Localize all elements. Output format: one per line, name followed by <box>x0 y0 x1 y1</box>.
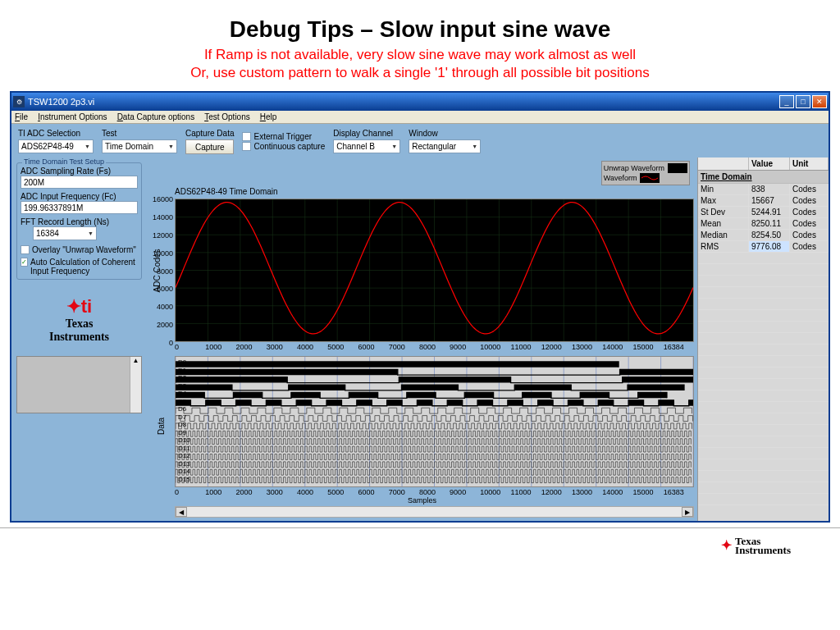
stats-row: Min838Codes <box>698 184 829 195</box>
menu-instrument[interactable]: Instrument Options <box>38 112 107 121</box>
col-value: Value <box>749 158 790 170</box>
autocalc-label: Auto Calculation of Coherent Input Frequ… <box>30 258 138 276</box>
stats-pane: Value Unit Time Domain Min838CodesMax156… <box>697 158 829 521</box>
capture-button[interactable]: Capture <box>185 139 234 154</box>
legend-box: Unwrap Waveform Waveform <box>601 161 690 185</box>
fc-input[interactable] <box>21 201 138 214</box>
preview-box: ▲ <box>16 356 142 413</box>
legend-waveform: Waveform <box>604 174 637 182</box>
menu-test[interactable]: Test Options <box>204 112 250 121</box>
chevron-down-icon: ▼ <box>472 144 477 149</box>
chevron-down-icon: ▼ <box>84 144 90 149</box>
samples-label: Samples <box>150 496 694 504</box>
ns-label: FFT Record Length (Ns) <box>21 217 138 226</box>
ti-chip-icon: ✦ti <box>16 296 142 317</box>
slide-title: Debug Tips – Slow input sine wave <box>0 0 840 47</box>
waveform-chart[interactable]: ADC Codes 020004000600080001000012000140… <box>175 199 694 342</box>
external-trigger-checkbox[interactable] <box>242 132 251 141</box>
top-controls: TI ADC Selection ADS62P48-49▼ Test Time … <box>11 124 829 158</box>
display-channel-label: Display Channel <box>333 129 400 138</box>
scroll-left-icon[interactable]: ◀ <box>176 507 187 517</box>
ns-combo[interactable]: 16384▼ <box>33 226 97 240</box>
chevron-down-icon: ▼ <box>391 144 397 149</box>
continuous-capture-label: Continuous capture <box>253 142 325 151</box>
menubar: File Instrument Options Data Capture opt… <box>11 111 829 124</box>
ti-logo: ✦ti TexasInstruments <box>16 296 142 344</box>
menu-help[interactable]: Help <box>260 112 277 121</box>
continuous-capture-checkbox[interactable] <box>242 142 251 151</box>
fs-input[interactable] <box>21 176 138 189</box>
titlebar: ⚙ TSW1200 2p3.vi _ □ ✕ <box>11 93 829 111</box>
menu-file[interactable]: File <box>15 112 28 121</box>
chevron-down-icon: ▼ <box>88 231 94 236</box>
display-channel-combo[interactable]: Channel B▼ <box>333 139 400 153</box>
adc-select-combo[interactable]: ADS62P48-49▼ <box>18 139 94 153</box>
chevron-down-icon: ▼ <box>168 144 174 149</box>
footer: ✦ TexasInstruments <box>0 527 840 562</box>
slide-subtitle-2: Or, use custom pattern to walk a single … <box>0 65 840 83</box>
ti-footer-name: TexasInstruments <box>735 536 791 555</box>
xtick-row: 0100020003000400050006000700080009000100… <box>175 342 694 351</box>
digital-data-plot[interactable]: Data D0D1D2D3D4D5D6D7D8D9D10D11D12D13D14… <box>175 356 694 487</box>
external-trigger-label: External Trigger <box>253 132 312 141</box>
autocalc-checkbox[interactable]: ✓ <box>21 258 28 267</box>
test-label: Test <box>102 129 177 138</box>
stats-section-header: Time Domain <box>698 171 829 184</box>
scroll-right-icon[interactable]: ▶ <box>682 507 693 517</box>
stats-row: RMS9776.08Codes <box>698 241 829 253</box>
stats-row: Median8254.50Codes <box>698 230 829 241</box>
overlay-checkbox[interactable] <box>21 245 30 254</box>
window-title: TSW1200 2p3.vi <box>28 97 94 107</box>
overlay-label: Overlay "Unwrap Waveform" <box>32 245 136 254</box>
scrollbar[interactable]: ▲ <box>130 357 141 413</box>
test-combo[interactable]: Time Domain▼ <box>102 139 177 153</box>
xtick-row-2: 0100020003000400050006000700080009000100… <box>175 487 694 496</box>
time-domain-setup-fieldset: Time Domain Test Setup ADC Sampling Rate… <box>16 162 142 280</box>
center-pane: Unwrap Waveform Waveform ADS62P48-49 Tim… <box>147 158 697 521</box>
ti-footer-icon: ✦ <box>721 537 732 553</box>
window-combo[interactable]: Rectangular▼ <box>409 139 481 153</box>
maximize-button[interactable]: □ <box>796 95 810 108</box>
stats-row: Max15667Codes <box>698 195 829 207</box>
fc-label: ADC Input Frequency (Fc) <box>21 192 138 201</box>
stats-row: Mean8250.11Codes <box>698 218 829 230</box>
close-button[interactable]: ✕ <box>812 95 827 108</box>
slide-subtitle-1: If Ramp is not available, very slow sine… <box>0 47 840 65</box>
col-unit: Unit <box>790 158 829 170</box>
adc-select-label: TI ADC Selection <box>18 129 94 138</box>
stats-row: St Dev5244.91Codes <box>698 207 829 218</box>
app-window: ⚙ TSW1200 2p3.vi _ □ ✕ File Instrument O… <box>10 91 830 523</box>
app-icon: ⚙ <box>13 96 25 107</box>
horizontal-scrollbar[interactable]: ◀ ▶ <box>175 506 694 518</box>
left-pane: Time Domain Test Setup ADC Sampling Rate… <box>11 158 147 521</box>
fs-label: ADC Sampling Rate (Fs) <box>21 167 138 176</box>
window-label: Window <box>409 129 481 138</box>
menu-datacapture[interactable]: Data Capture options <box>117 112 195 121</box>
capture-label: Capture Data <box>185 129 234 138</box>
chart-title: ADS62P48-49 Time Domain <box>175 187 694 196</box>
legend-unwrap: Unwrap Waveform <box>604 164 664 172</box>
minimize-button[interactable]: _ <box>779 95 794 108</box>
